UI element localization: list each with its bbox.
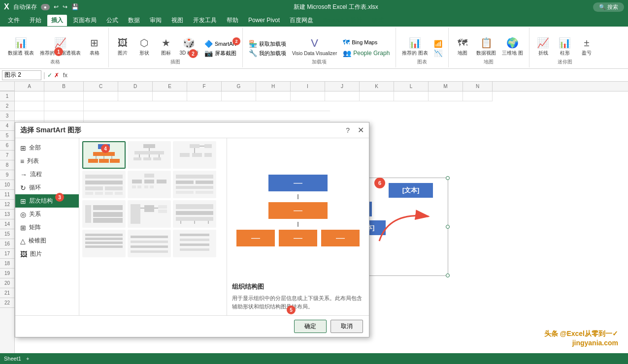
name-box[interactable]: [2, 70, 41, 80]
cell-k1[interactable]: [360, 91, 394, 101]
cell-m1[interactable]: [429, 91, 463, 101]
cat-process-label: 流程: [30, 170, 42, 179]
tab-formula[interactable]: 公式: [102, 15, 122, 26]
tab-file[interactable]: 文件: [4, 15, 24, 26]
thumb-simple1[interactable]: [82, 230, 126, 257]
cell-l1[interactable]: [394, 91, 429, 101]
tab-developer[interactable]: 开发工具: [189, 15, 221, 26]
cell-a2[interactable]: [15, 101, 44, 111]
sparkline-bar-button[interactable]: 📊 柱形: [555, 36, 575, 58]
data-view-button[interactable]: 📋 数据视图: [474, 36, 498, 58]
grid-row-1: [15, 91, 628, 101]
confirm-button[interactable]: 确定: [294, 320, 327, 333]
thumb-hier6[interactable]: [173, 200, 216, 228]
tab-powerpivot[interactable]: Power Pivot: [244, 15, 284, 25]
cell-f1[interactable]: [187, 91, 222, 101]
smartart-node-1[interactable]: [文本]: [389, 183, 433, 198]
shape-button[interactable]: ⬡ 形状: [134, 36, 154, 58]
people-graph-button[interactable]: 👥 People Graph: [341, 49, 392, 58]
cancel-formula-icon[interactable]: ✗: [54, 72, 59, 79]
cell-c1[interactable]: [84, 91, 118, 101]
map3d-button[interactable]: 🌍 三维地 图: [500, 36, 525, 58]
cat-cycle[interactable]: ↻ 循环: [15, 181, 79, 194]
model3d-button[interactable]: 🎲 3D 模 型: [178, 36, 200, 58]
cat-matrix[interactable]: ⊞ 矩阵: [15, 221, 79, 234]
tab-help[interactable]: 帮助: [223, 15, 242, 26]
thumb-hier2[interactable]: [128, 171, 171, 198]
sparkline-line-button[interactable]: 📈 折线: [533, 36, 553, 58]
tab-data[interactable]: 数据: [124, 15, 144, 26]
handle-tr[interactable]: [446, 176, 450, 180]
dialog-close-button[interactable]: ✕: [358, 125, 364, 135]
add-sheet-icon[interactable]: +: [26, 356, 29, 362]
tab-baidupan[interactable]: 百度网盘: [286, 15, 317, 26]
cell-j1[interactable]: [325, 91, 360, 101]
cell-c2[interactable]: [84, 101, 330, 111]
autosave-toggle[interactable]: ●: [41, 4, 50, 10]
pivot-table-button[interactable]: 📊 数据透 视表: [6, 36, 36, 58]
thumb-hier3[interactable]: [173, 171, 216, 198]
save-icon[interactable]: 💾: [71, 3, 79, 10]
cell-e1[interactable]: [153, 91, 187, 101]
thumb-simple3[interactable]: [173, 230, 216, 257]
recommended-chart-button[interactable]: 📊 推荐的 图表: [400, 36, 430, 58]
thumb-hier5[interactable]: [128, 200, 171, 228]
sheet-tab[interactable]: Sheet1: [4, 356, 21, 362]
table-button[interactable]: ⊞ 表格: [85, 36, 104, 58]
cell-h1[interactable]: [256, 91, 291, 101]
tab-smartart-design[interactable]: SmartArt 设计: [319, 15, 366, 26]
cat-pyramid[interactable]: △ 棱锥图: [15, 234, 79, 247]
cell-d1[interactable]: [118, 91, 153, 101]
tab-view[interactable]: 视图: [167, 15, 187, 26]
smartart-button[interactable]: 🔷 SmartArt 2: [202, 39, 238, 48]
icon-button[interactable]: ★ 图标: [156, 36, 176, 58]
cell-i1[interactable]: [291, 91, 325, 101]
visio-button[interactable]: V Visio Data Visualizer: [290, 36, 339, 58]
cell-a3[interactable]: [15, 111, 44, 121]
map3d-label: 三维地 图: [502, 50, 523, 57]
my-addon-button[interactable]: 🔧 我的加载项: [247, 49, 288, 58]
thumb-org3[interactable]: [173, 141, 216, 169]
cancel-button[interactable]: 取消: [331, 320, 363, 333]
cell-b1[interactable]: [44, 91, 84, 101]
cell-a1[interactable]: [15, 91, 44, 101]
screenshot-button[interactable]: 📷 屏幕截图: [202, 49, 238, 58]
bing-maps-button[interactable]: 🗺 Bing Maps: [341, 38, 392, 47]
redo-icon[interactable]: ↪: [63, 3, 67, 10]
cat-relation[interactable]: ◎ 关系: [15, 208, 79, 221]
tab-pagelayout[interactable]: 页面布局: [69, 15, 100, 26]
shape-icon: ⬡: [140, 37, 148, 49]
thumb-hier1[interactable]: [82, 171, 126, 198]
dialog-help-icon[interactable]: ?: [346, 126, 350, 134]
handle-br[interactable]: [446, 273, 450, 277]
search-box[interactable]: 🔍 搜索: [593, 2, 624, 12]
cell-c3[interactable]: [84, 111, 330, 121]
thumb-org1[interactable]: [82, 141, 126, 169]
cell-n1[interactable]: [463, 91, 493, 101]
undo-icon[interactable]: ↩: [54, 3, 59, 10]
cat-hierarchy[interactable]: ⊞ 层次结构: [15, 194, 79, 208]
cat-list[interactable]: ≡ 列表: [15, 154, 79, 168]
cell-b2[interactable]: [44, 101, 84, 111]
tab-format[interactable]: 格式: [368, 15, 388, 26]
recommended-pivot-button[interactable]: 📈 推荐的 数据透视表: [38, 36, 83, 58]
thumb-org2[interactable]: [128, 141, 171, 169]
get-addon-button[interactable]: 🏪 获取加载项: [247, 39, 288, 48]
thumb-hier4[interactable]: [82, 200, 126, 228]
tab-home[interactable]: 开始: [26, 15, 45, 26]
tab-insert[interactable]: 插入: [47, 15, 67, 26]
bar-chart-button[interactable]: 📶: [432, 39, 444, 48]
line-chart-button[interactable]: 📉: [432, 49, 444, 58]
cell-b3[interactable]: [44, 111, 84, 121]
map-button[interactable]: 🗺 地图: [453, 36, 472, 58]
sparkline-win-button[interactable]: ± 盈亏: [577, 36, 596, 58]
cat-all[interactable]: ⊞ 全部: [15, 141, 79, 154]
tab-review[interactable]: 审阅: [146, 15, 165, 26]
thumb-simple2[interactable]: [128, 230, 171, 257]
cat-process[interactable]: → 流程: [15, 168, 79, 181]
cat-picture[interactable]: 🖼 图片: [15, 247, 79, 261]
check-icon[interactable]: ✓: [47, 72, 52, 79]
picture-button[interactable]: 🖼 图片: [113, 36, 132, 58]
cell-g1[interactable]: [222, 91, 256, 101]
handle-mr[interactable]: [446, 225, 450, 229]
